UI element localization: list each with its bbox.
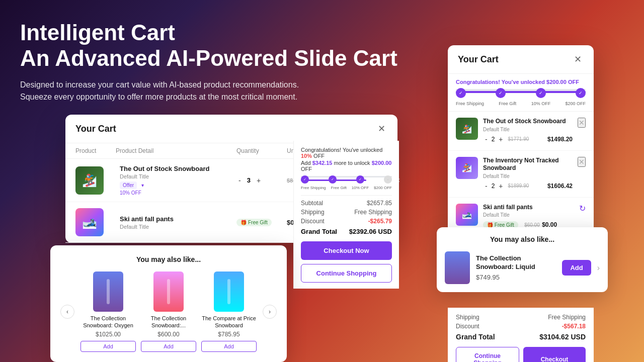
rec-right-add-button[interactable]: Add — [562, 260, 591, 276]
progress-amount: $200.00 — [546, 79, 567, 85]
item-1-qty-value: 3 — [247, 176, 251, 184]
prog-icon-r-3: ✓ — [536, 88, 546, 98]
cart-right-item-2-price: $1606.42 — [547, 183, 573, 190]
item-1-qty-increase[interactable]: + — [255, 175, 263, 186]
prog-icon-r-1: ✓ — [456, 88, 466, 98]
rec-product-3-name: The Compare at Price Snowboard — [201, 315, 257, 329]
recommendations-right: You may also like... The Collection Snow… — [437, 227, 608, 292]
shipping-label: Shipping — [301, 209, 325, 216]
rec-product-1-price: $1025.00 — [80, 331, 136, 338]
cart-right-actions: Continue Shopping Checkout — [456, 347, 586, 362]
cart-right-item-1-decrease[interactable]: - — [483, 134, 490, 144]
item-2-image: 🎿 — [75, 208, 104, 236]
rec-product-1-add-button[interactable]: Add — [80, 341, 136, 352]
summary-divider — [301, 195, 392, 196]
cart-right-close-button[interactable]: ✕ — [572, 53, 584, 65]
item-2-free-gift-badge: 🎁 Free Gift — [236, 219, 272, 226]
cart-right-item-1-orig-price: $1771.90 — [508, 136, 529, 142]
prog-icon-r-2: ✓ — [496, 88, 506, 98]
cart-right-item-1-remove[interactable]: ✕ — [578, 118, 586, 128]
continue-shopping-button-right[interactable]: Continue Shopping — [456, 347, 519, 362]
progress-message: Congratulations! You've unlocked $200.00… — [456, 79, 586, 85]
item-1-qty-decrease[interactable]: - — [236, 175, 243, 186]
rec-product-1-name: The Collection Snowboard: Oxygen — [80, 315, 136, 329]
r-prog-label-2: Free Gift — [499, 101, 516, 106]
shipping-val: Free Shipping — [354, 209, 392, 216]
svg-rect-0 — [107, 279, 110, 304]
rec-right-product-info: The Collection Snowboard: Liquid $749.95 — [476, 254, 556, 281]
right-grand-total: Grand Total $3104.62 USD — [456, 333, 586, 341]
right-shipping-val: Free Shipping — [548, 314, 586, 321]
item-1-variant: Default Title — [120, 173, 236, 179]
prog-icon-2: ✓ — [329, 175, 337, 184]
cart-right-item-2: 🏂 The Inventory Not Tracked Snowboard De… — [448, 151, 594, 198]
add-more-message: Add $342.15 more to unlock $200.00 OFF — [301, 160, 392, 172]
cart-right-item-2-info: The Inventory Not Tracked Snowboard Defa… — [483, 157, 573, 191]
rec-product-1-image — [93, 272, 123, 312]
rec-product-2-price: $600.00 — [141, 331, 196, 338]
rec-right-next-button[interactable]: › — [597, 263, 600, 273]
cart-right-item-2-qty-val: 2 — [492, 183, 495, 190]
progress-off: OFF — [568, 79, 579, 85]
item-2-variant: Default Title — [120, 224, 236, 230]
prog-icon-3: ✓ — [356, 175, 364, 184]
col-detail: Product Detail — [116, 147, 236, 154]
rec-product-3-add-button[interactable]: Add — [201, 341, 257, 352]
prog-icon-4: · — [384, 175, 392, 184]
checkout-button-right[interactable]: Checkout — [523, 347, 586, 362]
cart-right-item-2-orig-price: $1899.90 — [508, 183, 529, 189]
rec-product-3: The Compare at Price Snowboard $785.95 A… — [201, 272, 257, 352]
r-prog-label-3: 10% OFF — [531, 101, 551, 106]
cart-right-item-1-qty-val: 2 — [492, 136, 495, 143]
right-discount-val: -$567.18 — [562, 323, 586, 330]
mini-prog-icons: ✓ ✓ ✓ · — [301, 175, 392, 184]
continue-shopping-button-main[interactable]: Continue Shopping — [301, 264, 392, 283]
right-discount-label: Discount — [456, 323, 479, 330]
cart-main-close-button[interactable]: ✕ — [375, 123, 387, 135]
mini-progress-bar: ✓ ✓ ✓ · — [301, 176, 392, 184]
cart-main-header: Your Cart ✕ — [65, 115, 397, 143]
grand-total-row: Grand Total $2392.06 USD — [301, 228, 392, 235]
right-grand-total-val: $3104.62 USD — [539, 333, 586, 341]
cart-right-item-1-name: The Out of Stock Snowboard — [483, 118, 573, 126]
item-1-image: 🏂 — [75, 166, 104, 195]
rec-prev-button[interactable]: ‹ — [60, 305, 74, 319]
right-shipping-label: Shipping — [456, 314, 479, 321]
rec-main-title: You may also like... — [60, 255, 277, 263]
rec-right-product-name: The Collection Snowboard: Liquid — [476, 254, 556, 272]
subtotal-val: $2657.85 — [367, 200, 392, 207]
checkout-now-button[interactable]: Checkout Now — [301, 241, 392, 260]
cart-right-item-3-variant: Default Title — [483, 212, 574, 218]
grand-total-label: Grand Total — [301, 228, 337, 235]
checkout-overlay: Congratulations! You've unlocked 10% OFF… — [293, 141, 399, 289]
right-summary-discount: Discount -$567.18 — [456, 323, 586, 330]
discount-val: -$265.79 — [368, 218, 392, 225]
unlock-off: OFF — [313, 153, 325, 159]
cart-right-item-1: 🏂 The Out of Stock Snowboard Default Tit… — [448, 112, 594, 151]
cart-right-item-1-qty: - 2 + — [483, 134, 505, 144]
cart-right-item-1-increase[interactable]: + — [497, 134, 505, 144]
cart-right-item-1-image: 🏂 — [456, 118, 478, 140]
cart-right-item-2-increase[interactable]: + — [497, 181, 505, 191]
unlock-200: $200.00 — [372, 160, 392, 166]
cart-right-item-2-decrease[interactable]: - — [483, 181, 490, 191]
cart-right-item-2-remove[interactable]: ✕ — [578, 157, 586, 167]
rec-product-2: The Collection Snowboard:... $600.00 Add — [141, 272, 196, 352]
cart-right-progress: Congratulations! You've unlocked $200.00… — [448, 74, 594, 112]
item-2-detail: Ski anti fall pants Default Title — [116, 215, 236, 230]
cart-right-item-1-price: $1498.20 — [547, 136, 573, 143]
rec-product-2-add-button[interactable]: Add — [141, 341, 196, 352]
summary-discount: Discount -$265.79 — [301, 218, 392, 225]
col-product: Product — [75, 147, 116, 154]
right-grand-total-label: Grand Total — [456, 333, 495, 341]
svg-rect-2 — [227, 279, 230, 304]
cart-right-item-3-name: Ski anti fall pants — [483, 204, 574, 212]
progress-labels: Free Shipping Free Gift 10% OFF $200 OFF — [456, 101, 586, 106]
prog-icon-1: ✓ — [301, 175, 309, 184]
rec-next-button[interactable]: › — [263, 305, 277, 319]
add-amount: $342.15 — [312, 160, 333, 166]
cart-right-item-3-refresh-icon[interactable]: ↻ — [579, 204, 586, 213]
prog-icon-r-4: ✓ — [576, 88, 586, 98]
item-2-qty-control: 🎁 Free Gift — [236, 219, 287, 226]
item-1-qty-control: - 3 + — [236, 175, 287, 186]
